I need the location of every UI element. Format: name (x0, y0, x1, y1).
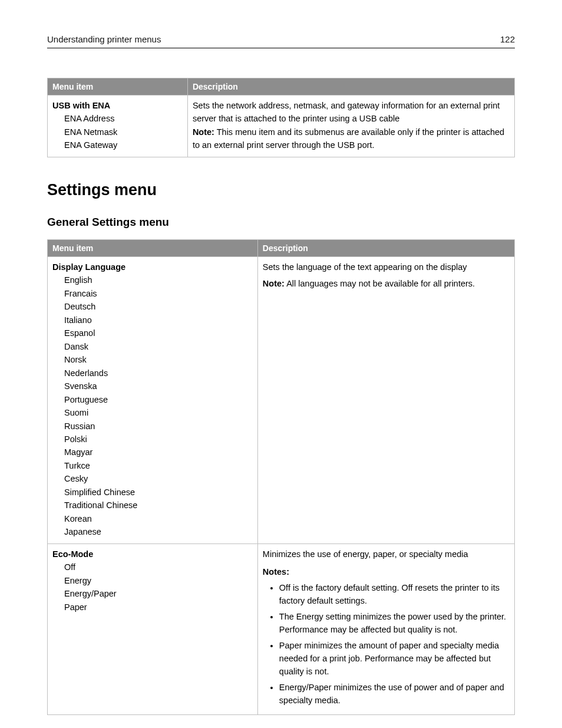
menu-item-cell: USB with ENA ENA Address ENA Netmask ENA… (48, 95, 188, 157)
col-description: Description (187, 78, 514, 95)
menu-item-title: USB with ENA (52, 99, 183, 112)
list-item: Energy/Paper (64, 587, 253, 600)
general-settings-table: Menu item Description Display Language E… (47, 239, 515, 715)
list-item: Norsk (64, 353, 253, 366)
list-item: Off is the factory default setting. Off … (279, 581, 510, 608)
section-title: Understanding printer menus (47, 34, 161, 44)
menu-item-cell: Eco-Mode Off Energy Energy/Paper Paper (48, 543, 258, 714)
list-item: ENA Netmask (64, 126, 183, 139)
running-head: Understanding printer menus 122 (47, 34, 515, 48)
list-item: Russian (64, 420, 253, 433)
list-item: Nederlands (64, 367, 253, 380)
list-item: Korean (64, 512, 253, 525)
note-label: Note: (263, 279, 285, 288)
list-item: Paper minimizes the amount of paper and … (279, 639, 510, 678)
table-row: Eco-Mode Off Energy Energy/Paper Paper M… (48, 543, 515, 714)
menu-item-title: Display Language (52, 261, 253, 274)
menu-sub-list: Off Energy Energy/Paper Paper (64, 561, 253, 614)
menu-sub-list: English Francais Deutsch Italiano Espano… (64, 274, 253, 538)
menu-item-cell: Display Language English Francais Deutsc… (48, 256, 258, 543)
note-label: Note: (193, 127, 214, 137)
description-text: Sets the language of the text appearing … (263, 261, 510, 274)
col-menu-item: Menu item (48, 239, 258, 256)
list-item: Francais (64, 287, 253, 300)
list-item: Portuguese (64, 393, 253, 406)
table-row: Display Language English Francais Deutsc… (48, 256, 515, 543)
list-item: Cesky (64, 472, 253, 485)
list-item: Deutsch (64, 300, 253, 313)
note-text: All languages may not be available for a… (285, 279, 475, 288)
list-item: Dansk (64, 340, 253, 353)
col-description: Description (257, 239, 514, 256)
list-item: English (64, 274, 253, 286)
list-item: ENA Address (64, 112, 183, 125)
list-item: Suomi (64, 406, 253, 419)
description-cell: Minimizes the use of energy, paper, or s… (257, 543, 514, 714)
description-cell: Sets the language of the text appearing … (257, 256, 514, 543)
usb-ena-table: Menu item Description USB with ENA ENA A… (47, 78, 515, 157)
notes-label: Notes: (263, 565, 510, 578)
list-item: Turkce (64, 459, 253, 472)
list-item: Energy (64, 574, 253, 587)
list-item: ENA Gateway (64, 139, 183, 151)
list-item: Simplified Chinese (64, 486, 253, 499)
description-text: Sets the network address, netmask, and g… (193, 99, 510, 126)
list-item: Energy/Paper minimizes the use of power … (279, 681, 510, 707)
description-note: Note: All languages may not be available… (263, 277, 510, 290)
col-menu-item: Menu item (48, 78, 188, 95)
list-item: The Energy setting minimizes the power u… (279, 610, 510, 637)
heading-settings-menu: Settings menu (47, 181, 515, 199)
list-item: Off (64, 561, 253, 574)
description-text: Minimizes the use of energy, paper, or s… (263, 548, 510, 561)
table-row: USB with ENA ENA Address ENA Netmask ENA… (48, 95, 515, 157)
list-item: Italiano (64, 314, 253, 327)
list-item: Polski (64, 433, 253, 446)
description-note: Note: This menu item and its submenus ar… (193, 126, 510, 152)
menu-item-title: Eco-Mode (52, 548, 253, 561)
list-item: Japanese (64, 525, 253, 538)
page-number: 122 (500, 34, 515, 44)
list-item: Svenska (64, 380, 253, 393)
note-text: This menu item and its submenus are avai… (193, 127, 504, 150)
list-item: Traditional Chinese (64, 499, 253, 512)
menu-sub-list: ENA Address ENA Netmask ENA Gateway (64, 112, 183, 151)
heading-general-settings: General Settings menu (47, 216, 515, 229)
list-item: Espanol (64, 327, 253, 340)
notes-list: Off is the factory default setting. Off … (271, 581, 510, 707)
list-item: Paper (64, 601, 253, 614)
list-item: Magyar (64, 446, 253, 459)
description-cell: Sets the network address, netmask, and g… (187, 95, 514, 157)
